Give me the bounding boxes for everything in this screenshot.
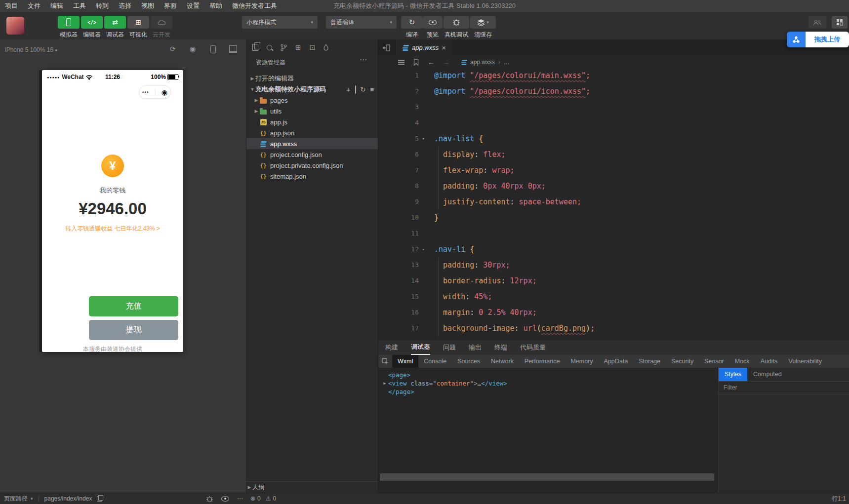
more-dots-icon[interactable]: ••• — [142, 90, 149, 95]
devtools-tab-vulnerability[interactable]: Vulnerability — [783, 355, 827, 368]
wechat-capsule[interactable]: ••• ◉ — [139, 85, 171, 99]
user-avatar[interactable] — [6, 17, 24, 35]
devtools-tab-appdata[interactable]: AppData — [599, 355, 634, 368]
devtools-tab-memory[interactable]: Memory — [565, 355, 598, 368]
community-button[interactable] — [809, 16, 826, 29]
new-folder-icon[interactable] — [355, 86, 356, 93]
devtools-tab-security[interactable]: Security — [666, 355, 699, 368]
tree-item-utils[interactable]: ▶utils — [246, 106, 378, 116]
promo-link[interactable]: 转入零钱通赚收益 七日年化2.43% > — [42, 225, 183, 233]
devtools-tab-audits[interactable]: Audits — [755, 355, 783, 368]
code-line-6[interactable]: 6 display: flex; — [378, 147, 849, 162]
code-line-2[interactable]: 2@import "/pages/colorui/icon.wxss"; — [378, 83, 849, 99]
wxml-node-1[interactable]: ▶<view class="container">…</view> — [381, 379, 718, 388]
devtools-tab-storage[interactable]: Storage — [633, 355, 666, 368]
recharge-button[interactable]: 充值 — [89, 296, 178, 316]
code-line-9[interactable]: 9 justify-content: space-between; — [378, 194, 849, 210]
devtools-tab-console[interactable]: Console — [418, 355, 452, 368]
menu-item-选择[interactable]: 选择 — [114, 0, 136, 12]
tree-section-open-editors[interactable]: ▶打开的编辑器 — [246, 73, 378, 84]
search-icon[interactable] — [267, 45, 272, 50]
menu-item-界面[interactable]: 界面 — [159, 0, 182, 12]
withdraw-button[interactable]: 提现 — [89, 320, 178, 340]
fold-icon[interactable]: ▾ — [419, 241, 428, 257]
wxml-node-2[interactable]: </page> — [381, 388, 718, 396]
more-icon[interactable]: ⋯ — [237, 495, 243, 502]
page-path-selector[interactable]: 页面路径 — [4, 495, 28, 503]
compile-select-dropdown[interactable]: 普通编译 ▾ — [326, 16, 397, 29]
devtools-tab-network[interactable]: Network — [485, 355, 519, 368]
devtools-tab-performance[interactable]: Performance — [519, 355, 566, 368]
devtools-tab-wxml[interactable]: Wxml — [392, 355, 418, 368]
device-selector[interactable]: iPhone 5 100% 16 ▾ — [5, 46, 57, 53]
toolbar-button-调试器[interactable]: ⇄调试器 — [104, 16, 126, 39]
bug-icon[interactable] — [206, 496, 213, 502]
code-line-8[interactable]: 8 padding: 0px 40rpx 0px; — [378, 178, 849, 194]
debugger-tab-问题[interactable]: 问题 — [443, 341, 456, 354]
refresh-icon[interactable]: ↻ — [361, 86, 366, 93]
toolbar-button-模拟器[interactable]: 模拟器 — [58, 16, 80, 39]
menu-item-文件[interactable]: 文件 — [23, 0, 45, 12]
bookmark-icon[interactable] — [413, 59, 419, 66]
wxml-scrollbar[interactable] — [380, 473, 714, 481]
tree-item-app.wxss[interactable]: app.wxss — [246, 138, 378, 149]
explorer-more-icon[interactable]: ⋯ — [360, 55, 367, 64]
menu-item-编辑[interactable]: 编辑 — [45, 0, 68, 12]
menu-item-工具[interactable]: 工具 — [68, 0, 91, 12]
tree-item-app.js[interactable]: JSapp.js — [246, 116, 378, 127]
debugger-tab-构建[interactable]: 构建 — [385, 341, 398, 354]
tree-item-pages[interactable]: ▶pages — [246, 95, 378, 106]
devtools-tab-mock[interactable]: Mock — [729, 355, 755, 368]
action-button-真机调试[interactable]: 真机调试 — [444, 16, 469, 39]
breadcrumb-file[interactable]: app.wxss — [470, 59, 495, 66]
record-icon[interactable]: ◉ — [190, 45, 196, 52]
nav-back-icon[interactable]: ← — [428, 58, 435, 66]
code-line-11[interactable]: 11 — [378, 226, 849, 241]
git-branch-icon[interactable] — [281, 44, 287, 51]
inspect-icon[interactable] — [378, 358, 392, 365]
expander-icon[interactable]: ▶ — [381, 379, 388, 388]
code-line-12[interactable]: 12▾.nav-li { — [378, 241, 849, 257]
fold-icon[interactable]: ▾ — [419, 131, 428, 147]
toolbar-button-编辑器[interactable]: </>编辑器 — [81, 16, 103, 39]
eye-icon[interactable] — [221, 496, 229, 502]
code-line-16[interactable]: 16 margin: 0 2.5% 40rpx; — [378, 305, 849, 320]
capsule-close-icon[interactable]: ◉ — [162, 89, 167, 96]
upload-button[interactable] — [832, 16, 848, 29]
files-icon[interactable] — [252, 44, 258, 51]
code-line-10[interactable]: 10} — [378, 210, 849, 226]
debugger-tab-终端[interactable]: 终端 — [494, 341, 507, 354]
code-line-15[interactable]: 15 width: 45%; — [378, 289, 849, 305]
styles-tab-styles[interactable]: Styles — [719, 368, 747, 381]
code-line-17[interactable]: 17 background-image: url(cardBg.png); — [378, 320, 849, 336]
code-line-4[interactable]: 4 — [378, 115, 849, 131]
wxml-tree[interactable]: <page>▶<view class="container">…</view><… — [378, 368, 718, 493]
outline-list-icon[interactable] — [398, 62, 404, 63]
outline-section[interactable]: ▶ 大纲 — [246, 481, 378, 493]
action-button-编译[interactable]: ↻编译 — [401, 16, 423, 39]
toolbar-button-云开发[interactable]: 云开发 — [151, 16, 172, 39]
styles-tab-computed[interactable]: Computed — [747, 368, 788, 381]
code-line-7[interactable]: 7 flex-wrap: wrap; — [378, 162, 849, 178]
menu-item-设置[interactable]: 设置 — [182, 0, 204, 12]
code-line-14[interactable]: 14 border-radius: 12rpx; — [378, 273, 849, 289]
rotate-icon[interactable]: ⟳ — [170, 45, 176, 52]
mode-select-dropdown[interactable]: 小程序模式 ▾ — [242, 16, 318, 29]
collapse-all-icon[interactable]: ≡ — [370, 86, 374, 93]
code-line-13[interactable]: 13 padding: 30rpx; — [378, 257, 849, 273]
monitor-icon[interactable] — [229, 45, 237, 54]
tree-item-app.json[interactable]: {}app.json — [246, 127, 378, 138]
toolbar-button-可视化[interactable]: ⊞可视化 — [127, 16, 149, 39]
action-button-预览[interactable]: 预览 — [423, 16, 443, 39]
debugger-tab-输出[interactable]: 输出 — [469, 341, 482, 354]
action-button-清缓存[interactable]: ▾清缓存 — [470, 16, 496, 39]
close-icon[interactable]: × — [442, 44, 446, 51]
menu-item-转到[interactable]: 转到 — [91, 0, 114, 12]
drag-upload-popup[interactable]: 拖拽上传 — [787, 32, 849, 47]
breadcrumb-more[interactable]: … — [504, 59, 510, 66]
wxml-node-0[interactable]: <page> — [381, 371, 718, 379]
code-line-1[interactable]: 1@import "/pages/colorui/main.wxss"; — [378, 68, 849, 83]
extensions-icon[interactable]: ⊞ — [295, 43, 301, 51]
tree-project-root[interactable]: ▼充电余额特效小程序源码+↻≡ — [246, 84, 378, 95]
devtools-tab-sources[interactable]: Sources — [452, 355, 485, 368]
